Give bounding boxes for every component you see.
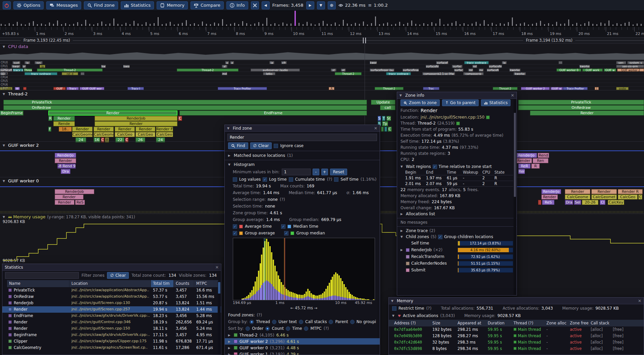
frame-bar[interactable] [508, 22, 509, 26]
zone-info-scrollbar[interactable] [514, 99, 516, 295]
messages-button[interactable]: Messages [46, 1, 81, 9]
cpu-zone[interactable]: A [329, 87, 334, 90]
timeline-zone[interactable]: call [380, 105, 395, 110]
memory-column-header[interactable]: Appeared at [458, 321, 481, 325]
cpu-zone[interactable]: Thread-2 [335, 72, 362, 75]
timeline-zone[interactable]: EndFrame [179, 110, 367, 116]
frame-bar[interactable] [520, 24, 521, 26]
frame-bar[interactable] [57, 20, 58, 26]
frame-bar[interactable] [455, 21, 457, 26]
frame-bar[interactable] [536, 23, 537, 26]
frame-bar[interactable] [158, 17, 159, 26]
timeline-zone[interactable]: RenderJo [516, 153, 537, 158]
legend-checkbox[interactable] [281, 224, 285, 229]
reset-button[interactable]: Reset [330, 169, 347, 175]
zone-statistics-button[interactable]: Statistics [481, 99, 511, 106]
cpu-zone[interactable]: sust [12, 61, 20, 64]
stats-row[interactable]: BeginFramejni/../jni/src/claw/gfx/drv/vk… [2, 332, 221, 338]
cpu-zone[interactable]: Thread-2 [37, 69, 103, 72]
cpu-zone[interactable]: GUIF work [582, 69, 603, 72]
cpu-zone[interactable]: lgtks [263, 72, 275, 75]
cpu-zone[interactable]: Tracy [66, 87, 79, 90]
timeline-zone[interactable]: RenderJo [541, 189, 561, 194]
frame-bar[interactable] [109, 24, 110, 26]
frame-bar[interactable] [528, 25, 529, 26]
frame-bar[interactable] [496, 25, 497, 26]
cpu-zone[interactable]: al [222, 65, 227, 68]
frame-bar[interactable] [492, 23, 493, 26]
child-zones-header[interactable]: ▼ Child zones (5) Group children locatio… [397, 234, 517, 240]
guif-worker0-section-header[interactable]: ▼ GUIF worker 0 [3, 178, 39, 183]
frame-bar[interactable] [146, 22, 147, 26]
timeline-zone[interactable]: RenderJob [95, 116, 177, 121]
frame-bar[interactable] [629, 22, 630, 26]
cpu-zone[interactable]: sys [35, 61, 43, 64]
frame-bar[interactable] [443, 25, 444, 26]
radio-button[interactable] [329, 320, 333, 324]
frame-bar[interactable] [347, 24, 348, 26]
frame-bar[interactable] [315, 25, 316, 26]
frame-bar[interactable] [407, 23, 408, 26]
frame-bar[interactable] [439, 19, 440, 26]
frame-bar[interactable] [625, 23, 626, 26]
radio-button[interactable] [350, 320, 355, 324]
memory-cell[interactable]: [free] [613, 334, 624, 338]
frame-bar[interactable] [556, 22, 557, 26]
cpu-zone[interactable]: W [15, 87, 20, 90]
histogram-option-checkbox[interactable] [233, 177, 237, 182]
cpu-zone[interactable]: surfac [454, 69, 464, 72]
frame-bar[interactable] [415, 24, 416, 26]
timeline-zone[interactable]: C [178, 116, 182, 121]
cpu-zone[interactable]: Tracy Profiler [218, 87, 267, 90]
memory-column-header[interactable]: Size [432, 321, 440, 325]
memory-cell[interactable]: [free] [613, 327, 624, 332]
timeline-zone[interactable]: Ren [518, 169, 525, 174]
memory-cell[interactable]: [free] [613, 340, 624, 345]
stats-column-header[interactable]: Counts [174, 280, 194, 287]
frame-bar[interactable] [532, 24, 533, 26]
timeline-zone[interactable]: Render [95, 121, 177, 126]
cpu-zone[interactable]: cfr [281, 61, 287, 64]
frame-bar[interactable] [61, 24, 62, 26]
radio-button[interactable] [272, 320, 276, 324]
radio-button[interactable] [265, 326, 270, 331]
cpu-zone[interactable]: kwor [123, 65, 130, 68]
found-zone-group[interactable]: ▶Thread-2(4,105)6.46 s [225, 332, 380, 338]
cpu-zone[interactable]: GUIF [53, 87, 66, 90]
timeline-zone[interactable]: PrivateTick [518, 100, 644, 105]
cpu-zone[interactable]: kwor [370, 61, 377, 64]
frame-bar[interactable] [403, 24, 404, 26]
frame-bar[interactable] [303, 24, 304, 26]
thread-color-swatch[interactable] [456, 122, 460, 125]
stats-row[interactable]: PrivateTickjni/../jni/src/claw/applicati… [2, 287, 221, 294]
active-allocations-header[interactable]: ▼ ♥ Active allocations (3,043) Memory us… [389, 312, 644, 319]
cpu-zone[interactable]: surfacefinger [402, 69, 419, 72]
found-zone-group[interactable]: ▶GUIF worker 2(3,296)4.61 s [225, 338, 380, 345]
frame-bar[interactable] [282, 23, 283, 26]
child-zone-row[interactable]: Self time172.14 μs (3.83%) [397, 240, 517, 247]
close-icon[interactable]: ✕ [374, 126, 377, 131]
cpu-zone[interactable]: Tracy Profiler [563, 87, 588, 90]
memory-allocation-row[interactable]: 0x7e049b3d00128 bytes298.27 ms59.95 sMai… [389, 333, 644, 339]
frame-bar[interactable] [411, 20, 412, 26]
timeline-zone[interactable]: CalcKey [608, 200, 624, 205]
timeline-zone[interactable]: R [531, 164, 540, 169]
cpu-zone[interactable]: ot [341, 69, 346, 72]
frame-bar[interactable] [198, 25, 199, 26]
frame-bar[interactable] [138, 24, 139, 26]
frame-bar[interactable] [399, 22, 400, 26]
cpu-zone[interactable]: surfac [452, 65, 463, 68]
frame-bar[interactable] [560, 24, 561, 26]
child-zone-row[interactable]: Submit35.63 μs (0.79%) [397, 267, 517, 273]
frame-bar[interactable] [540, 21, 541, 26]
frame-bar[interactable] [105, 24, 106, 26]
cpu-zone[interactable]: audioserver /audio [251, 69, 300, 72]
source-color-swatch[interactable] [486, 116, 490, 119]
frame-bar[interactable] [97, 23, 98, 26]
timeline-zone[interactable] [381, 127, 384, 132]
histogram-option-checkbox[interactable] [289, 177, 293, 182]
timeline-zone[interactable]: 20-26 [582, 200, 598, 205]
time-relative-checkbox[interactable] [433, 165, 437, 169]
memory-cell[interactable]: [alloc] [591, 346, 603, 351]
find-zone-button[interactable]: Find zone [84, 1, 118, 9]
